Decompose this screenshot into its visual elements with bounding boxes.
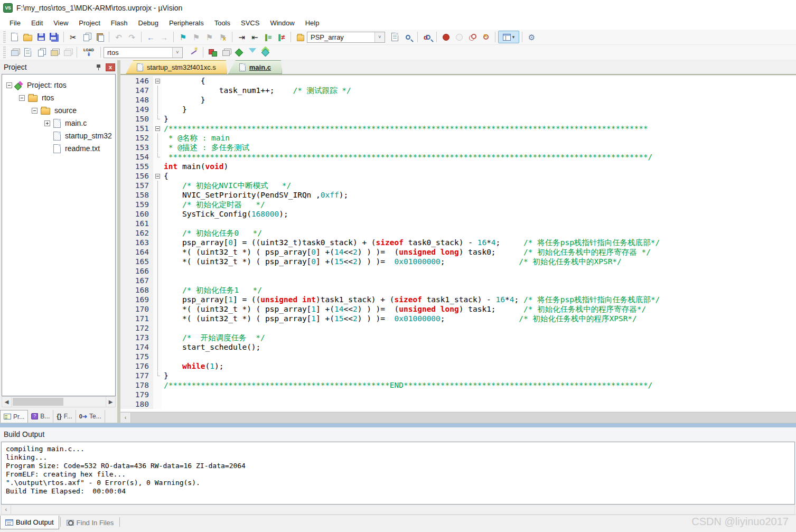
line-number[interactable]: 169 xyxy=(120,295,153,304)
line-number[interactable]: 158 xyxy=(120,190,153,200)
code-line[interactable]: 157 /* 初始化NVIC中断模式 */ xyxy=(120,181,796,190)
line-number[interactable]: 146 xyxy=(120,76,153,86)
paste-button[interactable] xyxy=(93,31,106,43)
bookmark-next-button[interactable]: ⚑ xyxy=(203,31,216,43)
menu-peripherals[interactable]: Peripherals xyxy=(164,17,209,29)
code-line[interactable]: 161 xyxy=(120,219,796,228)
fold-collapse-icon[interactable] xyxy=(153,124,162,133)
line-number[interactable]: 164 xyxy=(120,247,153,257)
incremental-find-button[interactable]: d xyxy=(420,31,434,43)
find-in-files-button[interactable] xyxy=(388,31,401,43)
code-line[interactable]: 158 NVIC_SetPriority(PendSV_IRQn ,0xff); xyxy=(120,190,796,200)
code-line[interactable]: 169 psp_array[1] = ((unsigned int)task1_… xyxy=(120,295,796,304)
code-line[interactable]: 178/************************************… xyxy=(120,380,796,390)
code-line[interactable]: 147 task_num1++; /* 测试跟踪 */ xyxy=(120,86,796,95)
code-line[interactable]: 166 xyxy=(120,266,796,276)
breakpoint-enable-disable-button[interactable] xyxy=(453,31,466,43)
find-button[interactable] xyxy=(401,31,415,43)
code-line[interactable]: 180 xyxy=(120,399,796,409)
tree-expander[interactable] xyxy=(44,120,50,126)
line-number[interactable]: 176 xyxy=(120,361,153,371)
menu-project[interactable]: Project xyxy=(73,17,105,29)
line-number[interactable]: 152 xyxy=(120,133,153,143)
bookmark-clear-all-button[interactable]: ⚑ xyxy=(216,31,229,43)
dropdown-arrow-icon[interactable]: ▾ xyxy=(512,34,515,40)
menu-flash[interactable]: Flash xyxy=(106,17,133,29)
line-number[interactable]: 165 xyxy=(120,257,153,266)
code-editor[interactable]: 146 {147 task_num1++; /* 测试跟踪 */148 }149… xyxy=(120,76,796,411)
toolbar-grip[interactable] xyxy=(3,46,6,58)
code-line[interactable]: 148 } xyxy=(120,95,796,105)
line-number[interactable]: 172 xyxy=(120,323,153,333)
line-number[interactable]: 160 xyxy=(120,209,153,219)
line-number[interactable]: 178 xyxy=(120,380,153,390)
code-line[interactable]: 152 * @名称 : main xyxy=(120,133,796,143)
copy-button[interactable] xyxy=(80,31,93,43)
line-number[interactable]: 174 xyxy=(120,342,153,352)
line-number[interactable]: 173 xyxy=(120,333,153,342)
bookmark-prev-button[interactable]: ⚑ xyxy=(190,31,203,43)
fold-collapse-icon[interactable] xyxy=(153,171,162,181)
chevron-down-icon[interactable]: ˅ xyxy=(374,32,385,42)
code-line[interactable]: 155int main(void) xyxy=(120,162,796,171)
project-hscrollbar[interactable]: ◀ ▶ xyxy=(2,396,116,407)
download-button[interactable]: LOAD⯯ xyxy=(80,46,98,59)
menu-edit[interactable]: Edit xyxy=(26,17,48,29)
code-line[interactable]: 173 /* 开始调度任务 */ xyxy=(120,333,796,342)
bookmark-toggle-button[interactable]: ⚑ xyxy=(176,31,190,43)
toolbar-grip[interactable] xyxy=(3,31,6,43)
pin-icon[interactable] xyxy=(96,64,101,70)
line-number[interactable]: 170 xyxy=(120,304,153,314)
tree-item-main-c[interactable]: main.c xyxy=(2,117,115,129)
code-line[interactable]: 170 *( (uint32_t *) ( psp_array[1] +(14<… xyxy=(120,304,796,314)
scroll-thumb[interactable] xyxy=(13,398,63,406)
code-line[interactable]: 149 } xyxy=(120,105,796,114)
navigate-forward-button[interactable]: → xyxy=(157,31,171,43)
line-number[interactable]: 149 xyxy=(120,105,153,114)
unindent-button[interactable]: ⇤ xyxy=(248,31,261,43)
code-line[interactable]: 177} xyxy=(120,371,796,380)
code-line[interactable]: 159 /* 初始化定时器 */ xyxy=(120,200,796,209)
code-line[interactable]: 176 while(1); xyxy=(120,361,796,371)
editor-tab-startup-stm32f401xc-s[interactable]: startup_stm32f401xc.s xyxy=(126,60,227,74)
code-line[interactable]: 162 /* 初始化任务0 */ xyxy=(120,228,796,238)
line-number[interactable]: 177 xyxy=(120,371,153,380)
line-number[interactable]: 168 xyxy=(120,285,153,295)
breakpoint-kill-all-button[interactable] xyxy=(479,31,492,43)
scroll-left-arrow[interactable]: ‹ xyxy=(120,413,131,423)
bottom-tab-build-output[interactable]: Build Output xyxy=(0,516,59,529)
project-window-toggle-button[interactable]: ▾ xyxy=(498,31,519,43)
code-line[interactable]: 153 * @描述 : 多任务测试 xyxy=(120,143,796,152)
rebuild-button[interactable] xyxy=(34,46,48,59)
code-line[interactable]: 165 *( (uint32_t *) ( psp_array[0] +(15<… xyxy=(120,257,796,266)
horizontal-splitter[interactable] xyxy=(0,423,796,427)
save-button[interactable] xyxy=(34,31,48,43)
stop-build-button[interactable] xyxy=(61,46,74,59)
tree-item-startup-stm32[interactable]: startup_stm32 xyxy=(2,129,115,142)
code-line[interactable]: 160 SysTick_Config(168000); xyxy=(120,209,796,219)
code-line[interactable]: 172 xyxy=(120,323,796,333)
code-line[interactable]: 164 *( (uint32_t *) ( psp_array[0] +(14<… xyxy=(120,247,796,257)
code-line[interactable]: 150} xyxy=(120,114,796,124)
target-combobox[interactable]: rtos ˅ xyxy=(104,47,183,58)
tree-item-source[interactable]: source xyxy=(2,104,115,117)
options-for-target-button[interactable] xyxy=(187,46,200,59)
tree-item-readme-txt[interactable]: readme.txt xyxy=(2,142,115,155)
tree-expander[interactable] xyxy=(32,108,38,114)
line-number[interactable]: 151 xyxy=(120,124,153,133)
manage-project-items-button[interactable] xyxy=(206,46,219,59)
line-number[interactable]: 171 xyxy=(120,314,153,323)
code-line[interactable]: 154 ************************************… xyxy=(120,152,796,162)
line-number[interactable]: 166 xyxy=(120,266,153,276)
fold-collapse-icon[interactable] xyxy=(153,76,162,86)
panel-tab-project[interactable]: Pr... xyxy=(0,410,28,423)
new-file-button[interactable] xyxy=(8,31,21,43)
bottom-tab-find-in-files[interactable]: Find In Files xyxy=(62,516,119,529)
tree-expander[interactable] xyxy=(6,82,12,88)
code-line[interactable]: 175 xyxy=(120,352,796,361)
pack-installer-button[interactable] xyxy=(259,46,272,59)
line-number[interactable]: 167 xyxy=(120,276,153,285)
menu-tools[interactable]: Tools xyxy=(209,17,236,29)
indent-button[interactable]: ⇥ xyxy=(235,31,248,43)
batch-build-button[interactable] xyxy=(48,46,61,59)
